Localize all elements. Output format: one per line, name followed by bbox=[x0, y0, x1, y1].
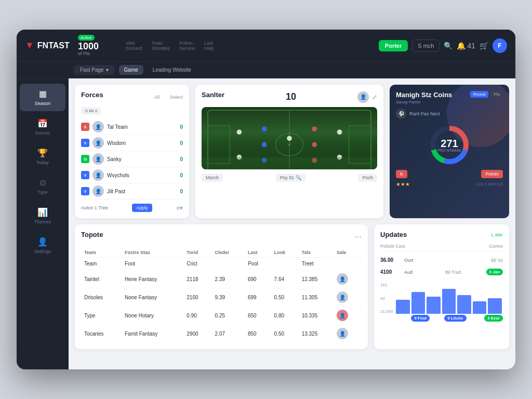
poch-button[interactable]: Poch bbox=[358, 174, 377, 182]
forces-panel: Forces All Select O Bit Il S 👤 Ta bbox=[75, 85, 189, 218]
bar-badge-3: 3 Evar bbox=[469, 316, 503, 321]
sidebar-item-label: Season bbox=[35, 101, 51, 106]
col-torid: Torid bbox=[183, 248, 211, 258]
sidebar-item-today[interactable]: 🏆 Today bbox=[20, 143, 65, 170]
search-button[interactable]: S mch bbox=[412, 39, 440, 52]
bar bbox=[411, 292, 425, 314]
psy-button[interactable]: Psy 91 🔍 bbox=[276, 174, 305, 182]
table-row: Team Foot Crict Pool Treet bbox=[81, 258, 362, 270]
col-team: Team bbox=[81, 248, 122, 258]
sidebar-item-type[interactable]: ⊙ Type bbox=[20, 172, 65, 200]
row-last: 699 bbox=[245, 288, 271, 307]
player-avatar: 👤 bbox=[92, 169, 104, 181]
update-detail: Bil Trad bbox=[445, 270, 483, 275]
row-torid: 2900 bbox=[183, 325, 211, 343]
row-cleder: 0.25 bbox=[212, 307, 245, 325]
tab-game[interactable]: Game bbox=[119, 65, 143, 75]
player-row[interactable]: S 👤 Tal Team 0 bbox=[81, 119, 183, 135]
field-title: Sanlter bbox=[202, 91, 224, 99]
nav-link-vets[interactable]: Vets Somard bbox=[126, 41, 142, 51]
bar-chart-area: 9 Fmd 9 Litche 3 Evar bbox=[395, 283, 503, 321]
table-title: Topote bbox=[81, 231, 103, 238]
updates-header: Updates L.ster bbox=[380, 231, 503, 238]
app-logo[interactable]: ▼ FNTAST bbox=[25, 40, 72, 51]
search-icon-btn[interactable]: 🔍 bbox=[444, 42, 453, 50]
bar-badge-1: 9 Fmd bbox=[395, 316, 430, 321]
col-look: Look bbox=[271, 248, 299, 258]
table-row[interactable]: Type None Hotary 0.90 0.25 650 0.80 10.3… bbox=[81, 307, 362, 325]
match-subtitle: Sanay Patriio bbox=[396, 100, 452, 104]
row-avatar: 👤 bbox=[334, 307, 362, 325]
row-last: 850 bbox=[245, 325, 271, 343]
row-team: Tocaries bbox=[81, 325, 122, 343]
table-row[interactable]: Drisoles None Fantasy 2100 9.39 699 0.50… bbox=[81, 288, 362, 307]
nav-link-potion[interactable]: Potion Service bbox=[179, 41, 195, 51]
svg-rect-17 bbox=[202, 157, 377, 169]
row-team: Team bbox=[81, 258, 122, 270]
points-label: of Pts bbox=[78, 51, 119, 56]
row-stat: Hene Fantasy bbox=[122, 270, 183, 288]
filter-btn-all[interactable]: O Bit Il bbox=[81, 107, 101, 115]
updates-panel: Updates L.ster Polistit Cost Comm 36.00 … bbox=[374, 224, 509, 349]
nav-link-toats[interactable]: Toats Shondes bbox=[152, 41, 170, 51]
porter-button[interactable]: Porter bbox=[379, 40, 408, 51]
sidebar-item-settings[interactable]: 👤 Settings bbox=[20, 232, 65, 259]
user-avatar[interactable]: F bbox=[493, 38, 507, 53]
field-footer: Morch Psy 91 🔍 Poch bbox=[202, 174, 377, 182]
row-look: 0.80 bbox=[271, 307, 299, 325]
row-stat: None Fantasy bbox=[122, 288, 183, 307]
row-last: Pool bbox=[245, 258, 271, 270]
player-row[interactable]: V 👤 Jilt Past 0 bbox=[81, 183, 183, 200]
sidebar-item-themes[interactable]: 📊 Themes bbox=[20, 202, 65, 230]
notification-button[interactable]: 🔔41 bbox=[457, 42, 475, 50]
tab-leading-website[interactable]: Leading Website bbox=[148, 65, 196, 75]
row-team: Drisoles bbox=[81, 288, 122, 307]
cart-button[interactable]: 🛒 bbox=[480, 42, 488, 50]
nav-right-controls: Porter S mch 🔍 🔔41 🛒 F bbox=[379, 38, 507, 53]
top-row: Forces All Select O Bit Il S 👤 Ta bbox=[75, 85, 509, 218]
svg-point-12 bbox=[312, 126, 317, 131]
apply-button[interactable]: Apply bbox=[132, 204, 152, 212]
sidebar-item-docmo[interactable]: 📅 Docmo bbox=[20, 113, 65, 141]
row-look: 0.50 bbox=[271, 325, 299, 343]
table-row[interactable]: Tocaries Famit Fantasy 2900 2.07 850 0.5… bbox=[81, 325, 362, 343]
points-display: Active 1000 of Pts bbox=[78, 35, 119, 56]
player-row[interactable]: G 👤 Sanky 0 bbox=[81, 151, 183, 167]
sidebar-item-season[interactable]: ▦ Season bbox=[20, 84, 65, 111]
player-row[interactable]: V 👤 Wvychols 0 bbox=[81, 167, 183, 183]
dots-menu-icon[interactable]: ··· bbox=[355, 232, 362, 242]
match-points-button[interactable]: Pointn bbox=[481, 170, 503, 178]
updates-col-action: Comm bbox=[489, 244, 503, 249]
browser-window: ▼ FNTAST Active 1000 of Pts Vets Somard … bbox=[17, 30, 515, 369]
match-pts-badge: Pts bbox=[490, 91, 503, 98]
donut-chart: 271 PRO NTBASE bbox=[429, 124, 470, 166]
match-round-badge: Round bbox=[470, 91, 489, 98]
svg-point-8 bbox=[262, 126, 267, 131]
player-name: Jilt Past bbox=[107, 189, 177, 194]
players-list: S 👤 Tal Team 0 V 👤 Wisdom 0 G bbox=[81, 119, 183, 200]
filter-menu-icon[interactable]: ≡▾ bbox=[177, 205, 183, 211]
themes-icon: 📊 bbox=[37, 207, 48, 217]
fast-page-dropdown[interactable]: Fast Page ▾ bbox=[74, 65, 115, 75]
player-score: 0 bbox=[180, 140, 183, 146]
col-tals: Tals bbox=[299, 248, 334, 258]
nav-links: Vets Somard Toats Shondes Potion Service… bbox=[126, 41, 373, 51]
svg-point-11 bbox=[287, 136, 292, 141]
match-team-name: Rant Pao Nect bbox=[409, 111, 440, 116]
player-row[interactable]: V 👤 Wisdom 0 bbox=[81, 135, 183, 151]
bar bbox=[457, 295, 471, 314]
field-expand-icon[interactable]: ⤢ bbox=[372, 94, 377, 101]
row-torid: 2100 bbox=[183, 288, 211, 307]
player-avatar: 👤 bbox=[92, 137, 104, 149]
field-panel: Sanlter 10 👤 ⤢ bbox=[195, 85, 383, 218]
player-name: Wvychols bbox=[107, 172, 177, 178]
morch-button[interactable]: Morch bbox=[202, 174, 223, 182]
player-score: 0 bbox=[180, 156, 183, 162]
settings-icon: 👤 bbox=[37, 237, 48, 247]
update-detail: 6E 0s bbox=[491, 258, 503, 263]
donut-label: PRO NTBASE bbox=[437, 149, 461, 152]
table-row[interactable]: Tairitel Hene Fantasy 2118 2.39 690 7.64… bbox=[81, 270, 362, 288]
updates-link[interactable]: L.ster bbox=[491, 232, 503, 237]
row-team: Tairitel bbox=[81, 270, 122, 288]
nav-link-last[interactable]: Last Help bbox=[204, 41, 214, 51]
